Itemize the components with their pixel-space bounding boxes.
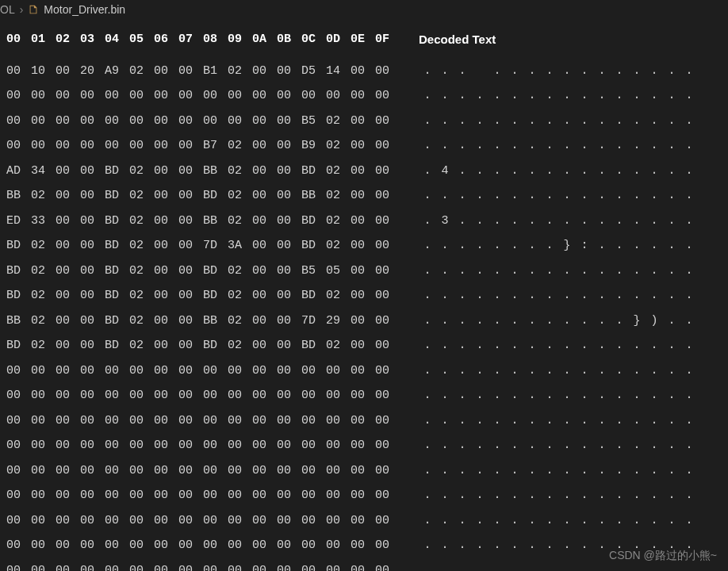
hex-byte[interactable]: 00 (203, 362, 228, 381)
decoded-char[interactable]: . (506, 512, 523, 531)
hex-byte[interactable]: 00 (80, 212, 105, 231)
decoded-char[interactable]: . (680, 436, 698, 455)
hex-byte[interactable]: 00 (252, 186, 277, 205)
hex-row[interactable]: BB020000BD020000BB0200007D290000 (6, 308, 400, 334)
hex-byte[interactable]: 00 (129, 86, 154, 105)
decoded-char[interactable]: . (593, 386, 611, 405)
hex-byte[interactable]: 00 (154, 536, 178, 555)
decoded-char[interactable]: . (523, 312, 541, 331)
decoded-char[interactable]: . (436, 512, 454, 531)
hex-byte[interactable]: 00 (129, 362, 154, 381)
decoded-char[interactable]: . (471, 212, 489, 231)
hex-byte[interactable]: 00 (56, 136, 80, 155)
hex-byte[interactable]: 00 (203, 462, 228, 481)
hex-byte[interactable]: BB (301, 186, 326, 205)
decoded-char[interactable]: . (419, 386, 436, 405)
decoded-char[interactable]: . (576, 486, 593, 505)
decoded-char[interactable]: . (523, 62, 541, 81)
decoded-char[interactable]: . (523, 162, 541, 181)
decoded-char[interactable]: . (663, 336, 680, 355)
decoded-row[interactable]: ................ (419, 259, 698, 284)
decoded-char[interactable]: . (489, 186, 506, 205)
decoded-char[interactable]: . (489, 262, 506, 281)
hex-byte[interactable]: 00 (129, 561, 154, 571)
decoded-char[interactable]: . (646, 112, 663, 131)
decoded-char[interactable]: . (523, 512, 541, 531)
hex-byte[interactable]: 02 (129, 62, 154, 81)
decoded-char[interactable]: . (454, 412, 471, 431)
hex-byte[interactable]: 00 (56, 286, 80, 305)
hex-byte[interactable]: 00 (351, 336, 375, 355)
decoded-char[interactable]: . (558, 486, 576, 505)
hex-byte[interactable]: 02 (228, 262, 252, 281)
hex-byte[interactable]: 00 (228, 362, 252, 381)
hex-row[interactable]: 00000000000000000000000000000000 (6, 434, 400, 459)
decoded-char[interactable]: . (506, 186, 523, 205)
hex-byte[interactable]: 00 (80, 86, 105, 105)
decoded-char[interactable]: . (489, 136, 506, 155)
decoded-char[interactable]: . (419, 336, 436, 355)
hex-byte[interactable]: 02 (31, 186, 56, 205)
decoded-char[interactable]: . (541, 262, 558, 281)
hex-byte[interactable]: 00 (178, 236, 203, 255)
hex-byte[interactable]: 00 (375, 212, 400, 231)
hex-byte[interactable]: 00 (203, 112, 228, 131)
hex-byte[interactable]: 00 (178, 536, 203, 555)
hex-byte[interactable]: 00 (80, 362, 105, 381)
hex-byte[interactable]: 02 (326, 336, 351, 355)
hex-byte[interactable]: 02 (129, 236, 154, 255)
hex-byte[interactable]: 00 (31, 512, 56, 531)
hex-byte[interactable]: 7D (301, 312, 326, 331)
hex-byte[interactable]: 00 (203, 436, 228, 455)
hex-byte[interactable]: 00 (178, 386, 203, 405)
decoded-row[interactable]: .4.............. (419, 159, 698, 184)
hex-byte[interactable]: 00 (154, 236, 178, 255)
hex-row[interactable]: 00000000000000000000000000000000 (6, 558, 400, 571)
hex-byte[interactable]: 00 (228, 412, 252, 431)
hex-byte[interactable]: 00 (252, 136, 277, 155)
decoded-char[interactable]: . (558, 386, 576, 405)
decoded-char[interactable]: . (454, 436, 471, 455)
decoded-char[interactable]: . (593, 186, 611, 205)
hex-byte[interactable]: BB (203, 212, 228, 231)
decoded-char[interactable]: . (576, 561, 593, 571)
decoded-char[interactable]: . (471, 486, 489, 505)
hex-byte[interactable]: 02 (228, 212, 252, 231)
hex-byte[interactable]: 00 (31, 436, 56, 455)
decoded-char[interactable]: . (558, 112, 576, 131)
hex-byte[interactable]: 00 (375, 236, 400, 255)
decoded-char[interactable]: . (576, 536, 593, 555)
hex-byte[interactable]: 00 (154, 386, 178, 405)
decoded-char[interactable]: . (541, 62, 558, 81)
decoded-char[interactable]: . (419, 136, 436, 155)
hex-byte[interactable]: 00 (326, 86, 351, 105)
hex-byte[interactable]: BD (301, 236, 326, 255)
hex-byte[interactable]: 00 (252, 86, 277, 105)
hex-byte[interactable]: 00 (375, 112, 400, 131)
hex-byte[interactable]: 00 (351, 262, 375, 281)
hex-byte[interactable]: 00 (277, 386, 301, 405)
decoded-char[interactable]: . (576, 186, 593, 205)
hex-byte[interactable]: 00 (105, 362, 129, 381)
decoded-char[interactable]: . (576, 436, 593, 455)
hex-byte[interactable]: 00 (80, 561, 105, 571)
decoded-char[interactable]: . (680, 462, 698, 481)
decoded-char[interactable]: . (663, 512, 680, 531)
hex-byte[interactable]: 00 (56, 386, 80, 405)
decoded-char[interactable]: . (419, 162, 436, 181)
hex-byte[interactable]: 00 (178, 86, 203, 105)
decoded-char[interactable]: . (454, 312, 471, 331)
hex-byte[interactable]: 00 (56, 162, 80, 181)
hex-byte[interactable]: 00 (6, 362, 31, 381)
hex-byte[interactable]: BD (105, 336, 129, 355)
decoded-char[interactable]: . (593, 136, 611, 155)
decoded-char[interactable]: . (663, 386, 680, 405)
decoded-char[interactable]: . (611, 186, 628, 205)
decoded-char[interactable]: . (680, 486, 698, 505)
hex-byte[interactable]: BB (6, 312, 31, 331)
decoded-char[interactable]: . (523, 136, 541, 155)
decoded-char[interactable]: . (663, 286, 680, 305)
decoded-row[interactable]: ................ (419, 109, 698, 134)
hex-row[interactable]: BD020000BD0200007D3A0000BD020000 (6, 234, 400, 259)
decoded-char[interactable]: . (646, 512, 663, 531)
